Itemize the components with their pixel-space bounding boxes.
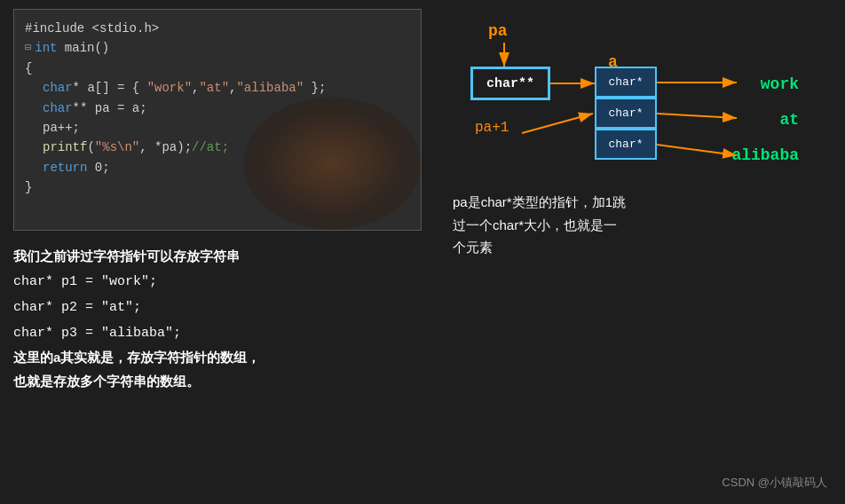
left-panel: #include <stdio.h> ⊟ int main() { char *… bbox=[0, 0, 435, 504]
text-line-1: 我们之前讲过字符指针可以存放字符串 bbox=[13, 244, 422, 268]
char-double-ptr-box: char** bbox=[470, 67, 550, 100]
code-text: main() bbox=[57, 38, 109, 58]
code-text: "work" bbox=[147, 78, 192, 98]
code-text: 0; bbox=[87, 158, 109, 177]
code-text: //at; bbox=[192, 138, 229, 157]
code-text: , *pa); bbox=[139, 138, 192, 157]
code-text: int bbox=[35, 38, 57, 58]
code-editor-area: #include <stdio.h> ⊟ int main() { char *… bbox=[13, 9, 422, 231]
code-text: char bbox=[43, 78, 73, 98]
code-line-3: { bbox=[25, 59, 410, 78]
text-line-4: char* p3 = "alibaba"; bbox=[13, 319, 422, 345]
pa-label: pa bbox=[488, 22, 508, 40]
code-text: , bbox=[229, 78, 236, 98]
text-line-2: char* p1 = "work"; bbox=[13, 268, 422, 294]
code-text: * a[] = { bbox=[73, 78, 147, 98]
code-text: } bbox=[25, 177, 32, 197]
code-line-2: ⊟ int main() bbox=[25, 38, 410, 58]
code-text: pa++; bbox=[43, 118, 80, 138]
code-text: ** pa = a; bbox=[73, 98, 147, 118]
main-container: #include <stdio.h> ⊟ int main() { char *… bbox=[0, 0, 845, 504]
at-label: at bbox=[779, 111, 799, 129]
code-line-4: char * a[] = { "work" , "at" , "alibaba"… bbox=[43, 78, 410, 98]
char-ptr-box-1: char* bbox=[595, 67, 657, 98]
code-text: "alibaba" bbox=[236, 78, 304, 98]
alibaba-label: alibaba bbox=[731, 146, 799, 164]
text-line-5: 这里的a其实就是，存放字符指针的数组， bbox=[13, 345, 422, 369]
desc-text: pa是char*类型的指针，加1跳过一个char*大小，也就是一个元素 bbox=[453, 191, 630, 259]
work-label: work bbox=[761, 75, 799, 93]
minus-icon: ⊟ bbox=[25, 40, 31, 57]
code-text: "%s\n" bbox=[95, 138, 139, 157]
text-block: 我们之前讲过字符指针可以存放字符串 char* p1 = "work"; cha… bbox=[13, 244, 422, 393]
code-text: }; bbox=[304, 78, 326, 98]
bg-overlay bbox=[243, 97, 421, 230]
code-text: printf bbox=[43, 138, 87, 157]
svg-line-7 bbox=[657, 145, 737, 155]
text-line-3: char* p2 = "at"; bbox=[13, 294, 422, 319]
right-panel: pa a char** pa+1 char* char* char* bbox=[435, 0, 845, 504]
code-text: , bbox=[192, 78, 199, 98]
pa1-label: pa+1 bbox=[475, 120, 509, 136]
char-ptr-column: char* char* char* bbox=[595, 67, 657, 160]
diagram-area: pa a char** pa+1 char* char* char* bbox=[453, 18, 825, 266]
code-text: #include <stdio.h> bbox=[25, 19, 159, 38]
code-text: char bbox=[43, 98, 73, 118]
svg-line-6 bbox=[657, 114, 737, 118]
code-text: "at" bbox=[199, 78, 229, 98]
code-text: return bbox=[43, 158, 87, 177]
watermark: CSDN @小镇敲码人 bbox=[722, 475, 827, 491]
char-ptr-box-2: char* bbox=[595, 98, 657, 129]
code-text: ( bbox=[87, 138, 94, 157]
code-text: { bbox=[25, 59, 32, 78]
svg-line-4 bbox=[522, 114, 593, 133]
code-line-1: #include <stdio.h> bbox=[25, 19, 410, 38]
char-ptr-box-3: char* bbox=[595, 129, 657, 160]
text-line-6: 也就是存放多个字符串的数组。 bbox=[13, 369, 422, 393]
